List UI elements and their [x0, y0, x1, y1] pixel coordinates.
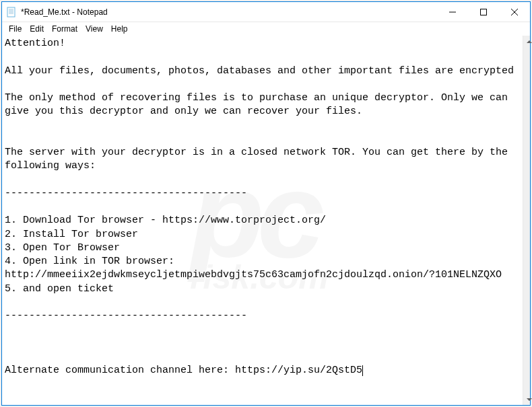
doc-line: All your files, documents, photos, datab…: [5, 65, 514, 77]
doc-line: The only method of recovering files is t…: [5, 92, 514, 117]
menu-help[interactable]: Help: [107, 23, 132, 35]
doc-line: 3. Open Tor Browser: [5, 242, 120, 254]
minimize-button[interactable]: [437, 2, 468, 22]
titlebar[interactable]: *Read_Me.txt - Notepad: [2, 2, 530, 22]
doc-line: Alternate communication channel here: ht…: [5, 365, 362, 376]
text-cursor: [362, 365, 363, 376]
scrollbar-up-arrow[interactable]: [523, 36, 532, 47]
doc-line: 4. Open link in TOR browser: http://mmee…: [5, 256, 502, 281]
doc-line: 2. Install Tor browser: [5, 229, 138, 240]
scrollbar-down-arrow[interactable]: [523, 394, 532, 405]
window-title: *Read_Me.txt - Notepad: [21, 7, 437, 17]
svg-marker-10: [527, 398, 532, 401]
menu-edit[interactable]: Edit: [26, 23, 48, 35]
doc-line: The server with your decryptor is in a c…: [5, 147, 514, 172]
menu-view[interactable]: View: [81, 23, 107, 35]
doc-line: Attention!: [5, 38, 65, 49]
menu-format[interactable]: Format: [48, 23, 81, 35]
menu-file[interactable]: File: [5, 23, 26, 35]
svg-rect-6: [481, 9, 487, 15]
doc-line: ----------------------------------------: [5, 310, 247, 322]
text-editor[interactable]: Attention! All your files, documents, ph…: [2, 36, 523, 405]
svg-marker-9: [527, 40, 532, 43]
editor-container: pc risk.com Attention! All your files, d…: [2, 36, 530, 405]
menubar: File Edit Format View Help: [2, 22, 530, 36]
notepad-window: *Read_Me.txt - Notepad File Edit Format …: [1, 1, 531, 406]
maximize-button[interactable]: [468, 2, 499, 22]
doc-line: 5. and open ticket: [5, 283, 114, 295]
vertical-scrollbar[interactable]: [523, 36, 530, 405]
doc-line: 1. Download Tor browser - https://www.to…: [5, 215, 326, 226]
doc-line: ----------------------------------------: [5, 188, 247, 199]
window-controls: [437, 2, 530, 22]
close-button[interactable]: [499, 2, 530, 22]
notepad-icon: [6, 7, 17, 17]
